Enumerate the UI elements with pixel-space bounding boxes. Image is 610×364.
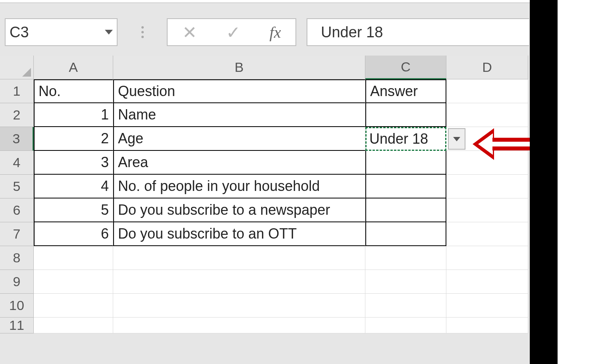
row-7: 7 6 Do you subscribe to an OTT (0, 222, 530, 246)
row-header-5[interactable]: 5 (0, 175, 34, 198)
cell-A8[interactable] (34, 246, 113, 270)
cell-A2[interactable]: 1 (34, 103, 113, 127)
grid-rows: 1 No. Question Answer 2 1 Name 3 2 Age U… (0, 79, 530, 333)
row-3: 3 2 Age Under 18 (0, 127, 530, 151)
row-1: 1 No. Question Answer (0, 79, 530, 103)
cell-B4[interactable]: Area (113, 151, 365, 175)
name-box[interactable]: C3 (5, 18, 118, 46)
col-header-B[interactable]: B (113, 56, 365, 79)
formula-input[interactable]: Under 18 (307, 18, 529, 46)
row-2: 2 1 Name (0, 103, 530, 127)
cell-A9[interactable] (34, 270, 113, 294)
row-6: 6 5 Do you subscribe to a newspaper (0, 198, 530, 222)
cell-A5[interactable]: 4 (34, 175, 113, 198)
cell-C8[interactable] (365, 246, 446, 270)
cell-C3-value: Under 18 (369, 131, 428, 147)
row-header-8[interactable]: 8 (0, 246, 34, 270)
row-header-2[interactable]: 2 (0, 103, 34, 127)
cell-A1[interactable]: No. (34, 79, 113, 103)
cell-C5[interactable] (365, 175, 446, 198)
cell-C9[interactable] (365, 270, 446, 294)
cell-A3[interactable]: 2 (34, 127, 113, 151)
cell-C11[interactable] (365, 318, 446, 333)
cell-B5[interactable]: No. of people in your household (113, 175, 365, 198)
row-header-10[interactable]: 10 (0, 294, 34, 318)
cell-B11[interactable] (113, 318, 365, 333)
row-header-7[interactable]: 7 (0, 222, 34, 246)
cell-A7[interactable]: 6 (34, 222, 113, 246)
ribbon-edge (0, 0, 530, 3)
row-header-11[interactable]: 11 (0, 318, 34, 333)
cell-D4[interactable] (446, 151, 528, 175)
col-header-C[interactable]: C (365, 56, 446, 79)
cell-B9[interactable] (113, 270, 365, 294)
cell-D7[interactable] (446, 222, 528, 246)
cell-C10[interactable] (365, 294, 446, 318)
cell-D8[interactable] (446, 246, 528, 270)
cell-A10[interactable] (34, 294, 113, 318)
column-headers: A B C D (0, 56, 530, 79)
insert-function-icon[interactable]: fx (270, 23, 281, 42)
formula-bar-grip-icon (141, 26, 144, 38)
cell-A6[interactable]: 5 (34, 198, 113, 222)
cell-D10[interactable] (446, 294, 528, 318)
row-4: 4 3 Area (0, 151, 530, 175)
row-header-9[interactable]: 9 (0, 270, 34, 294)
row-8: 8 (0, 246, 530, 270)
cell-B3[interactable]: Age (113, 127, 365, 151)
col-header-A[interactable]: A (34, 56, 113, 79)
formula-bar: C3 ✕ ✓ fx Under 18 (0, 16, 530, 51)
cell-B8[interactable] (113, 246, 365, 270)
excel-window: C3 ✕ ✓ fx Under 18 A B C D 1 No. Qu (0, 0, 530, 364)
row-9: 9 (0, 270, 530, 294)
cell-B6[interactable]: Do you subscribe to a newspaper (113, 198, 365, 222)
spreadsheet-grid[interactable]: A B C D 1 No. Question Answer 2 1 Name (0, 56, 530, 333)
cell-A11[interactable] (34, 318, 113, 333)
cell-D6[interactable] (446, 198, 528, 222)
cell-D9[interactable] (446, 270, 528, 294)
select-all-triangle[interactable] (0, 56, 34, 79)
row-5: 5 4 No. of people in your household (0, 175, 530, 198)
name-box-dropdown-icon[interactable] (105, 30, 113, 35)
formula-input-value: Under 18 (321, 24, 383, 41)
cell-D1[interactable] (446, 79, 528, 103)
row-header-3[interactable]: 3 (0, 127, 34, 151)
row-11: 11 (0, 318, 530, 333)
data-validation-dropdown-icon[interactable] (448, 128, 465, 150)
cell-D5[interactable] (446, 175, 528, 198)
cell-B2[interactable]: Name (113, 103, 365, 127)
row-header-4[interactable]: 4 (0, 151, 34, 175)
cancel-icon[interactable]: ✕ (182, 22, 197, 42)
row-header-1[interactable]: 1 (0, 79, 34, 103)
cell-C7[interactable] (365, 222, 446, 246)
cell-C3[interactable]: Under 18 (365, 127, 446, 151)
cell-C2[interactable] (365, 103, 446, 127)
cell-D11[interactable] (446, 318, 528, 333)
name-box-value: C3 (10, 24, 29, 41)
row-10: 10 (0, 294, 530, 318)
cell-B10[interactable] (113, 294, 365, 318)
cell-A4[interactable]: 3 (34, 151, 113, 175)
crop-white-margin (558, 0, 610, 364)
formula-bar-buttons: ✕ ✓ fx (167, 18, 296, 46)
cell-D2[interactable] (446, 103, 528, 127)
cell-C4[interactable] (365, 151, 446, 175)
cell-C6[interactable] (365, 198, 446, 222)
cell-B7[interactable]: Do you subscribe to an OTT (113, 222, 365, 246)
cell-C1[interactable]: Answer (365, 79, 446, 103)
enter-icon[interactable]: ✓ (226, 22, 241, 42)
cell-B1[interactable]: Question (113, 79, 365, 103)
col-header-D[interactable]: D (446, 56, 528, 79)
row-header-6[interactable]: 6 (0, 198, 34, 222)
